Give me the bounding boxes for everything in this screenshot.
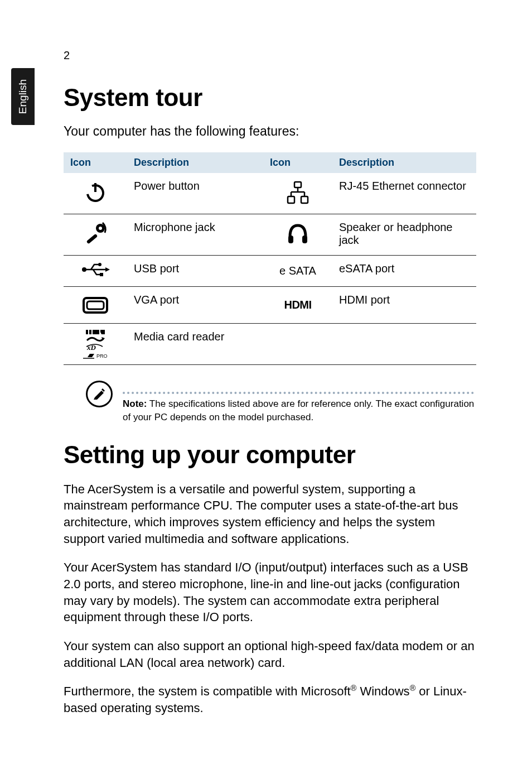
registered-mark: ® [351,684,357,693]
svg-marker-16 [105,267,110,272]
heading-setting-up: Setting up your computer [64,441,476,469]
th-icon2: Icon [263,152,332,173]
table-header-row: Icon Description Icon Description [64,152,476,173]
lead-text: Your computer has the following features… [64,124,476,139]
svg-rect-21 [86,330,88,334]
svg-rect-20 [87,301,104,309]
ethernet-icon [263,173,332,214]
cell-desc2: eSATA port [332,256,476,287]
paragraph-1: The AcerSystem is a versatile and powerf… [64,481,476,547]
registered-mark: ® [410,684,416,693]
cell-desc2: Speaker or headphone jack [332,214,476,256]
table-row: VGA port HDMI HDMI port [64,287,476,324]
th-description: Description [127,152,263,173]
cell-desc: Microphone jack [127,214,263,256]
th-description2: Description [332,152,476,173]
microphone-icon [64,214,127,256]
table-row: USB port e SATA eSATA port [64,256,476,287]
power-icon [64,173,127,214]
svg-rect-23 [93,330,99,334]
paragraph-2: Your AcerSystem has standard I/O (input/… [64,559,476,626]
svg-rect-18 [100,273,103,276]
cell-icon2-empty [263,324,332,365]
headphone-icon [263,214,332,256]
svg-point-17 [98,263,101,266]
cell-desc: Power button [127,173,263,214]
page-number: 2 [64,49,70,62]
heading-system-tour: System tour [64,84,476,112]
icon-table: Icon Description Icon Description Power … [64,152,476,365]
svg-rect-2 [294,182,301,188]
paragraph-3: Your system can also support an optional… [64,638,476,671]
table-row: Power button RJ-45 Ethernet connector [64,173,476,214]
svg-rect-11 [86,234,98,244]
pro-label: PRO [96,353,108,359]
svg-rect-22 [89,330,91,334]
hdmi-label: HDMI [263,287,332,324]
th-icon: Icon [64,152,127,173]
esata-label: e SATA [263,256,332,287]
cell-desc: USB port [127,256,263,287]
note-body: The specifications listed above are for … [123,398,474,422]
paragraph-4: Furthermore, the system is compatible wi… [64,683,476,717]
svg-rect-3 [288,196,294,203]
cell-desc: Media card reader [127,324,263,365]
table-row: Microphone jack Speaker or headphone jac… [64,214,476,256]
cell-desc: VGA port [127,287,263,324]
cell-desc2: HDMI port [332,287,476,324]
note-divider [123,392,474,394]
note-content: Note: The specifications listed above ar… [123,381,476,424]
language-label: English [17,79,29,114]
cell-desc2: RJ-45 Ethernet connector [332,173,476,214]
note-box: Note: The specifications listed above ar… [64,381,476,424]
para4-pre: Furthermore, the system is compatible wi… [64,685,351,699]
cell-desc2-empty [332,324,476,365]
table-row: xD PRO Media card reader [64,324,476,365]
svg-point-10 [99,227,102,230]
note-text: Note: The specifications listed above ar… [123,397,476,424]
svg-rect-13 [302,236,307,243]
media-card-reader-icon: xD PRO [64,324,127,365]
language-tab: English [11,68,35,125]
note-icon [86,381,113,407]
svg-rect-12 [288,236,293,243]
para4-mid: Windows [356,685,409,699]
note-label: Note: [123,398,147,409]
svg-rect-4 [301,196,308,203]
page-content: System tour Your computer has the follow… [64,84,476,729]
vga-icon [64,287,127,324]
usb-icon [64,256,127,287]
